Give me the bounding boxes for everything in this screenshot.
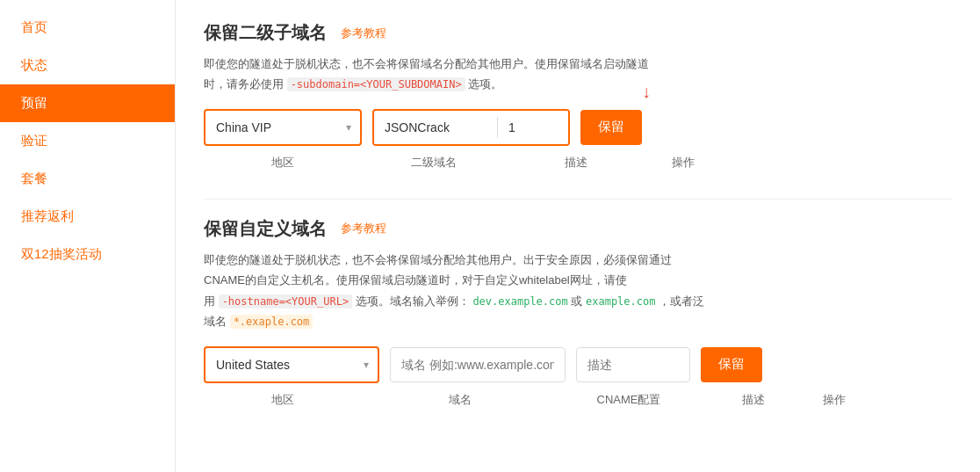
col2-action-label: 操作	[808, 392, 861, 408]
sidebar-item-plan[interactable]: 套餐	[0, 160, 175, 198]
section2-code-green1: dev.example.com	[472, 295, 567, 308]
section2-code1: -hostname=<YOUR_URL>	[219, 294, 353, 309]
col-action-label: 操作	[657, 155, 710, 171]
sidebar-item-home[interactable]: 首页	[0, 9, 175, 47]
section1-subdomain-input[interactable]	[374, 111, 497, 144]
section1-subdomain-inputs	[372, 109, 570, 146]
section-divider	[204, 199, 952, 200]
section2-desc: 即使您的隧道处于脱机状态，也不会将保留域分配给其他用户。出于安全原因，必须保留通…	[204, 250, 952, 332]
section1-code: -subdomain=<YOUR_SUBDOMAIN>	[287, 77, 465, 91]
section1-region-select-wrapper[interactable]: China VIP United States Japan Europe	[204, 109, 362, 146]
col-desc-label: 描述	[506, 155, 646, 171]
col-subdomain-label: 二级域名	[372, 155, 495, 171]
section1-title: 保留二级子域名	[204, 21, 327, 45]
section2-region-select[interactable]: United States China VIP Japan Europe	[205, 348, 378, 381]
col2-domain-label: 域名	[372, 392, 548, 408]
section2-ref-link[interactable]: 参考教程	[341, 221, 386, 236]
section1-desc-input[interactable]	[498, 111, 568, 144]
sidebar: 首页 状态 预留 验证 套餐 推荐返利 双12抽奖活动	[0, 0, 176, 472]
sidebar-item-referral[interactable]: 推荐返利	[0, 198, 175, 236]
section2-save-button[interactable]: 保留	[701, 347, 762, 382]
section2-code-green2: example.com	[586, 295, 655, 308]
section1-col-headers: 地区 二级域名 描述 操作	[204, 155, 952, 171]
section1-region-select[interactable]: China VIP United States Japan Europe	[205, 111, 360, 144]
section2-col-headers: 地区 域名 CNAME配置 描述 操作	[204, 392, 952, 408]
arrow-indicator: ↓	[642, 82, 651, 102]
sidebar-item-reserve[interactable]: 预留	[0, 84, 175, 122]
col2-desc-label: 描述	[710, 392, 797, 408]
section2-header: 保留自定义域名 参考教程	[204, 217, 952, 241]
subdomain-section: 保留二级子域名 参考教程 即使您的隧道处于脱机状态，也不会将保留域名分配给其他用…	[204, 21, 952, 171]
section2-region-select-wrapper[interactable]: United States China VIP Japan Europe	[204, 346, 379, 383]
sidebar-item-status[interactable]: 状态	[0, 47, 175, 84]
sidebar-item-verify[interactable]: 验证	[0, 122, 175, 160]
main-content: 保留二级子域名 参考教程 即使您的隧道处于脱机状态，也不会将保留域名分配给其他用…	[176, 0, 980, 472]
section1-desc: 即使您的隧道处于脱机状态，也不会将保留域名分配给其他用户。使用保留域名启动隧道 …	[204, 54, 952, 95]
col2-region-label: 地区	[204, 392, 362, 408]
section2-desc-input[interactable]	[576, 347, 690, 382]
custom-domain-section: 保留自定义域名 参考教程 即使您的隧道处于脱机状态，也不会将保留域分配给其他用户…	[204, 217, 952, 408]
section1-ref-link[interactable]: 参考教程	[341, 25, 386, 41]
section2-form-area: United States China VIP Japan Europe 保留	[204, 346, 952, 408]
section1-header: 保留二级子域名 参考教程	[204, 21, 952, 45]
section1-form-row: China VIP United States Japan Europe	[204, 109, 952, 146]
section1-save-button[interactable]: 保留	[580, 110, 642, 145]
sidebar-item-lottery[interactable]: 双12抽奖活动	[0, 236, 175, 273]
section2-form-row: United States China VIP Japan Europe 保留	[204, 346, 952, 383]
section1-save-area: ↓ 保留	[580, 110, 642, 145]
section2-title: 保留自定义域名	[204, 217, 327, 241]
down-arrow-icon: ↓	[642, 82, 651, 102]
col-region-label: 地区	[204, 155, 362, 171]
section2-domain-input[interactable]	[390, 347, 566, 382]
col2-cname-label: CNAME配置	[558, 392, 699, 408]
section2-code-orange: *.exaple.com	[230, 315, 313, 329]
